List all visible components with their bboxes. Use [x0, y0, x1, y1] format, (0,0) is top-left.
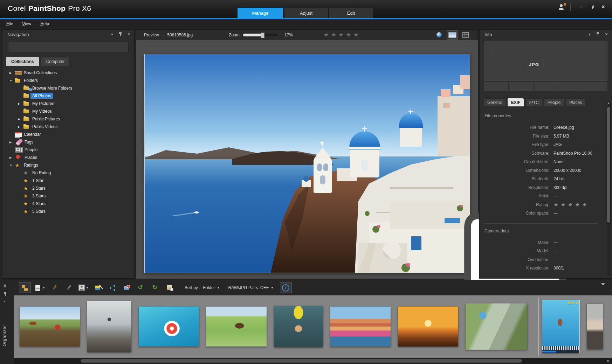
rotate-right-button[interactable]: [150, 282, 161, 293]
scrollbar-thumb[interactable]: [607, 107, 610, 223]
workspace-tab-edit[interactable]: Edit: [329, 8, 373, 18]
thumbnail-dancer-yellow-scarf[interactable]: [274, 306, 323, 347]
enhance-brush-button[interactable]: [49, 282, 61, 293]
share-button[interactable]: [106, 282, 118, 293]
tree-item-folders[interactable]: ▼Folders: [2, 77, 134, 84]
info-toggle-button[interactable]: [280, 282, 292, 293]
organizer-pin-icon[interactable]: [4, 291, 7, 298]
people-tag-button[interactable]: ▼: [77, 282, 90, 293]
tree-item-tags[interactable]: ▶Tags: [2, 138, 134, 146]
workspace-tab-adjust[interactable]: Adjust: [284, 8, 328, 18]
tree-item-browse-more-folders[interactable]: Browse More Folders: [2, 84, 134, 92]
tree-item-people[interactable]: People: [2, 146, 134, 154]
collapse-organizer-button[interactable]: ▾: [601, 281, 605, 287]
restore-button[interactable]: [587, 3, 597, 11]
user-account-icon[interactable]: [558, 4, 565, 10]
folder-icon: [23, 94, 30, 98]
scroll-up-icon[interactable]: ▲: [607, 102, 610, 105]
tree-item-calendar[interactable]: Calendar: [2, 131, 134, 138]
raw-jpg-pairs-dropdown[interactable]: RAW/JPG Pairs: OFF ▼: [228, 285, 273, 290]
tree-item-no-rating[interactable]: ★No Rating: [2, 169, 134, 177]
organizer-close-icon[interactable]: ×: [4, 283, 6, 288]
map-view-button[interactable]: [433, 30, 445, 40]
tree-expand-icon[interactable]: ▶: [9, 71, 15, 75]
tree-item-1-star[interactable]: ★1 Star: [2, 177, 134, 184]
info-tab-people[interactable]: People: [544, 98, 564, 106]
list-view-icon: [34, 285, 41, 291]
scrollbar-thumb[interactable]: [81, 359, 522, 363]
panel-dropdown-icon[interactable]: ▾: [110, 32, 115, 37]
panel-pin-icon[interactable]: [596, 32, 600, 37]
nav-tab-collections[interactable]: Collections: [6, 57, 39, 66]
thumbnail-kids-with-horse-meadow[interactable]: [206, 307, 267, 346]
info-tab-general[interactable]: General: [484, 98, 506, 106]
scroll-right-icon[interactable]: ▶: [607, 359, 610, 363]
minimize-button[interactable]: [576, 3, 586, 11]
zoom-slider-handle[interactable]: [261, 33, 264, 38]
adjust-date-button[interactable]: [164, 282, 176, 293]
map-location-button[interactable]: [121, 282, 133, 293]
panel-close-icon[interactable]: ×: [604, 31, 609, 37]
thumbnail-hiker-on-rocks[interactable]: [87, 301, 131, 352]
thumbnail-boy-with-cows-field[interactable]: [20, 307, 80, 346]
thumbnail-pool-swim-ring[interactable]: [139, 307, 199, 346]
tree-item-my-pictures[interactable]: ▶My Pictures: [2, 100, 134, 107]
tree-expand-icon[interactable]: ▶: [18, 102, 23, 105]
grid-icon: [462, 32, 469, 38]
preview-rating-stars[interactable]: ★★★★★: [324, 31, 361, 38]
thumbnail-boy-zipline-with-mother[interactable]: [466, 303, 527, 350]
tree-item-public-videos[interactable]: ▶Public Videos: [2, 123, 134, 131]
tree-collapse-icon[interactable]: ▼: [9, 79, 15, 82]
preview-mode-button[interactable]: [447, 30, 458, 40]
thumbnail-pool-flip-video[interactable]: ★★★: [542, 300, 579, 353]
tree-item-smart-collections[interactable]: ▶Smart Collections: [2, 69, 134, 77]
close-button[interactable]: ×: [598, 3, 608, 11]
tree-item-places[interactable]: ▶Places: [2, 154, 134, 161]
tree-collapse-icon[interactable]: ▼: [9, 164, 15, 167]
menu-file[interactable]: File: [6, 21, 13, 26]
tree-item-4-stars[interactable]: ★4 Stars: [2, 200, 134, 208]
nav-tab-computer[interactable]: Computer: [41, 57, 70, 66]
list-view-button[interactable]: ▼: [33, 282, 46, 293]
tree-item-all-photos[interactable]: All Photos: [2, 92, 134, 100]
breadcrumb-separator: ›: [163, 33, 164, 37]
info-tab-iptc[interactable]: IPTC: [525, 98, 542, 106]
zoom-slider[interactable]: [243, 34, 278, 36]
rotate-left-button[interactable]: [135, 282, 147, 293]
info-tab-exif[interactable]: EXIF: [508, 98, 524, 106]
search-input[interactable]: [8, 42, 128, 52]
tree-item-5-stars[interactable]: ★5 Stars: [2, 208, 134, 215]
tree-item-ratings[interactable]: ▼★Ratings: [2, 161, 134, 169]
retouch-brush-button[interactable]: [63, 282, 75, 293]
thumbnail-tree-button[interactable]: [19, 282, 31, 293]
menu-view[interactable]: View: [22, 21, 31, 26]
sort-by-dropdown[interactable]: Folder ▼: [203, 285, 220, 290]
chevron-down-icon: ▼: [271, 286, 274, 289]
tree-item-3-stars[interactable]: ★3 Stars: [2, 192, 134, 200]
panel-pin-icon[interactable]: [118, 32, 123, 37]
preview-photo[interactable]: [145, 54, 470, 273]
tree-item-my-videos[interactable]: My Videos: [2, 107, 134, 115]
folder-icon: [15, 79, 22, 83]
info-tab-places[interactable]: Places: [566, 98, 585, 106]
tree-expand-icon[interactable]: ▶: [9, 156, 15, 159]
info-scrollbar[interactable]: ▲: [607, 102, 611, 276]
thumbnail-colorful-coastal-village[interactable]: [330, 307, 391, 346]
tree-item-label: Calendar: [22, 132, 43, 137]
info-row-label: Make:: [484, 240, 553, 245]
tree-item-public-pictures[interactable]: ▶Public Pictures: [2, 115, 134, 123]
menu-help[interactable]: Help: [40, 21, 49, 26]
thumbnail-mode-button[interactable]: [460, 30, 471, 40]
thumbnail-sunset-jump-silhouettes[interactable]: [398, 307, 458, 346]
tree-expand-icon[interactable]: ▶: [18, 118, 23, 121]
workspace-tab-manage[interactable]: Manage: [238, 8, 283, 18]
horizontal-scrollbar[interactable]: ▶: [14, 358, 612, 364]
tree-item-2-stars[interactable]: ★2 Stars: [2, 184, 134, 192]
organizer-caret-icon[interactable]: ▾: [4, 300, 5, 303]
thumbnail-partial-thumbnail[interactable]: [587, 304, 603, 349]
batch-process-button[interactable]: [92, 282, 104, 293]
panel-close-icon[interactable]: ×: [126, 31, 131, 37]
tree-expand-icon[interactable]: ▶: [9, 141, 15, 144]
panel-dropdown-icon[interactable]: ▾: [587, 32, 592, 37]
tree-expand-icon[interactable]: ▶: [18, 125, 23, 128]
